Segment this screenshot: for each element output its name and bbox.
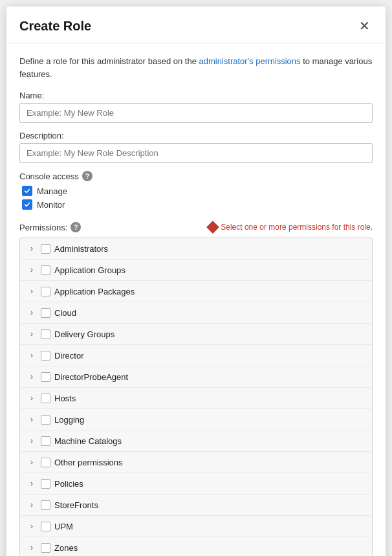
manage-checkbox[interactable]	[22, 186, 32, 196]
permission-name: Policies	[54, 479, 83, 489]
permission-checkbox[interactable]	[41, 522, 50, 531]
permissions-header: Permissions: ? Select one or more permis…	[19, 222, 373, 232]
permission-checkbox[interactable]	[41, 415, 50, 425]
permissions-warning-text: Select one or more permissions for this …	[221, 223, 373, 232]
monitor-label: Monitor	[37, 200, 65, 210]
permission-item[interactable]: ›Administrators	[20, 238, 372, 260]
manage-checkbox-row[interactable]: Manage	[22, 186, 373, 196]
expand-arrow-icon[interactable]: ›	[27, 350, 37, 361]
permission-item[interactable]: ›Director	[20, 345, 372, 366]
permission-item[interactable]: ›Policies	[20, 473, 372, 495]
permission-name: DirectorProbeAgent	[54, 372, 128, 382]
expand-arrow-icon[interactable]: ›	[27, 478, 37, 489]
permission-name: Cloud	[54, 308, 76, 318]
expand-arrow-icon[interactable]: ›	[27, 286, 37, 296]
permission-checkbox[interactable]	[41, 329, 50, 339]
description-label: Description:	[19, 131, 373, 140]
permission-item[interactable]: ›Machine Catalogs	[20, 430, 372, 452]
console-access-section: Console access ? Manage Monitor	[19, 171, 373, 213]
expand-arrow-icon[interactable]: ›	[27, 521, 37, 531]
intro-text: Define a role for this administrator bas…	[19, 55, 373, 80]
close-button[interactable]: ✕	[356, 18, 373, 34]
permission-checkbox[interactable]	[41, 543, 50, 553]
permission-checkbox[interactable]	[41, 308, 50, 318]
permission-checkbox[interactable]	[41, 372, 50, 382]
manage-label: Manage	[37, 186, 67, 196]
expand-arrow-icon[interactable]: ›	[27, 457, 37, 467]
expand-arrow-icon[interactable]: ›	[27, 307, 37, 318]
console-access-text: Console access	[19, 172, 79, 181]
expand-arrow-icon[interactable]: ›	[27, 329, 37, 339]
permission-name: Director	[54, 351, 84, 361]
expand-arrow-icon[interactable]: ›	[27, 414, 37, 425]
monitor-checkbox[interactable]	[22, 199, 32, 210]
permissions-help-icon[interactable]: ?	[71, 222, 81, 232]
permission-name: Other permissions	[54, 458, 122, 467]
description-input[interactable]	[19, 143, 373, 163]
warning-diamond-icon	[206, 221, 219, 234]
permissions-list: ›Administrators›Application Groups›Appli…	[19, 238, 373, 556]
expand-arrow-icon[interactable]: ›	[27, 500, 37, 510]
permission-name: Zones	[54, 543, 78, 553]
expand-arrow-icon[interactable]: ›	[27, 436, 37, 446]
modal-header: Create Role ✕	[6, 6, 386, 43]
permission-item[interactable]: ›Logging	[20, 409, 372, 430]
permission-checkbox[interactable]	[41, 500, 50, 510]
permission-name: StoreFronts	[54, 500, 98, 510]
permission-item[interactable]: ›UPM	[20, 516, 372, 537]
permissions-label-text: Permissions:	[19, 223, 67, 232]
name-field-group: Name:	[19, 91, 373, 123]
permission-name: Delivery Groups	[54, 329, 114, 339]
expand-arrow-icon[interactable]: ›	[27, 542, 37, 553]
permissions-warning: Select one or more permissions for this …	[208, 223, 373, 232]
permission-item[interactable]: ›Hosts	[20, 388, 372, 409]
modal-body: Define a role for this administrator bas…	[6, 43, 386, 556]
permission-checkbox[interactable]	[41, 265, 50, 275]
permission-item[interactable]: ›Other permissions	[20, 452, 372, 473]
permission-name: UPM	[54, 522, 73, 531]
permission-checkbox[interactable]	[41, 394, 50, 403]
permission-checkbox[interactable]	[41, 287, 50, 296]
permission-checkbox[interactable]	[41, 244, 50, 254]
expand-arrow-icon[interactable]: ›	[27, 265, 37, 275]
console-access-help-icon[interactable]: ?	[82, 171, 93, 181]
expand-arrow-icon[interactable]: ›	[27, 372, 37, 382]
expand-arrow-icon[interactable]: ›	[27, 243, 37, 254]
permission-item[interactable]: ›Delivery Groups	[20, 324, 372, 345]
permission-name: Application Groups	[54, 265, 125, 275]
permission-item[interactable]: ›Application Packages	[20, 281, 372, 302]
modal-title: Create Role	[19, 19, 91, 34]
permission-item[interactable]: ›Cloud	[20, 302, 372, 324]
monitor-checkbox-row[interactable]: Monitor	[22, 199, 373, 210]
permission-item[interactable]: ›DirectorProbeAgent	[20, 366, 372, 388]
permission-name: Logging	[54, 415, 84, 425]
permission-checkbox[interactable]	[41, 351, 50, 361]
description-field-group: Description:	[19, 131, 373, 163]
name-input[interactable]	[19, 103, 373, 123]
permission-item[interactable]: ›Zones	[20, 537, 372, 556]
permission-item[interactable]: ›Application Groups	[20, 260, 372, 281]
permission-item[interactable]: ›StoreFronts	[20, 495, 372, 516]
intro-highlight: administrator's permissions	[199, 56, 300, 66]
expand-arrow-icon[interactable]: ›	[27, 393, 37, 403]
permission-name: Machine Catalogs	[54, 436, 122, 446]
permission-checkbox[interactable]	[41, 479, 50, 489]
console-access-label: Console access ?	[19, 171, 373, 181]
permission-name: Administrators	[54, 244, 108, 254]
permission-checkbox[interactable]	[41, 436, 50, 446]
permission-name: Hosts	[54, 394, 76, 403]
create-role-modal: Create Role ✕ Define a role for this adm…	[6, 6, 386, 556]
name-label: Name:	[19, 91, 373, 100]
permission-name: Application Packages	[54, 287, 135, 296]
permission-checkbox[interactable]	[41, 458, 50, 467]
permissions-label-group: Permissions: ?	[19, 222, 81, 232]
